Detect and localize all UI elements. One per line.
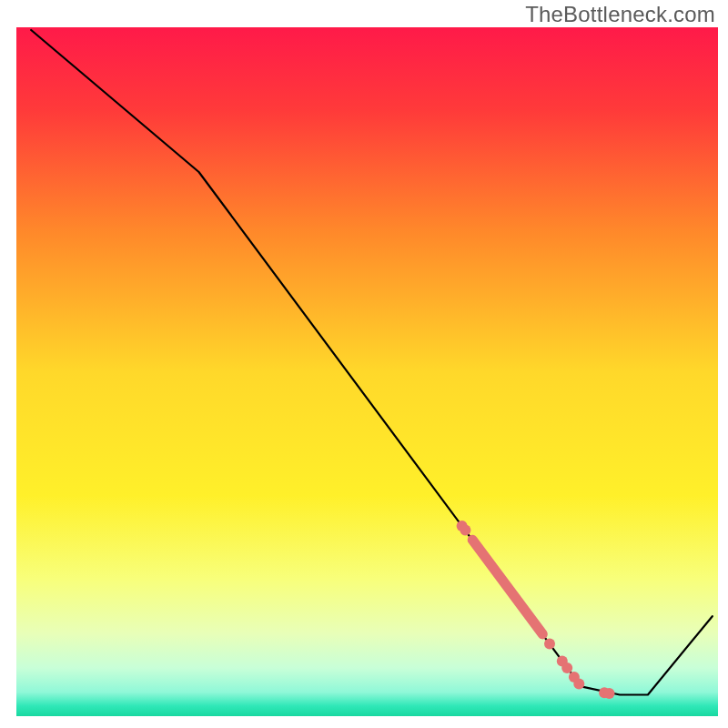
highlight-dot — [561, 662, 572, 673]
watermark-text: TheBottleneck.com — [525, 2, 715, 27]
chart-svg — [0, 0, 728, 728]
highlight-dot — [544, 639, 555, 650]
chart-container: TheBottleneck.com — [0, 0, 728, 728]
highlight-dot — [573, 678, 584, 689]
highlight-dot — [460, 525, 470, 536]
plot-background — [16, 27, 718, 716]
highlight-dot — [604, 688, 615, 699]
